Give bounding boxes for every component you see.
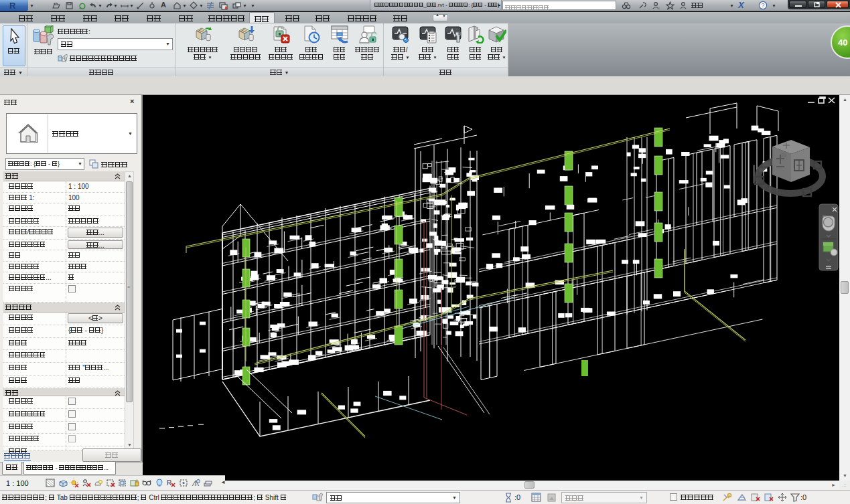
svg-text:R: R <box>167 479 171 487</box>
svg-text:?: ? <box>761 2 764 9</box>
